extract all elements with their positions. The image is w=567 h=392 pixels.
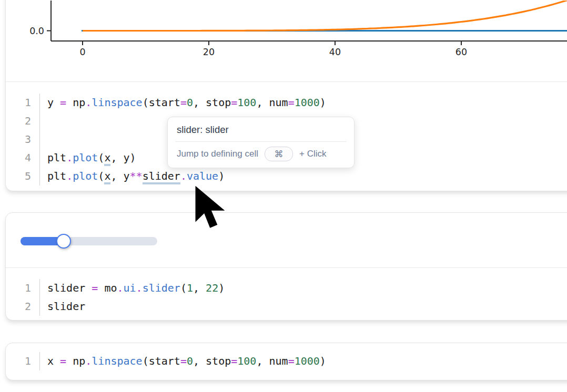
code-token: 22 bbox=[206, 282, 218, 294]
code-token: . bbox=[85, 355, 92, 367]
code-token: = bbox=[180, 355, 187, 367]
code-token: slider bbox=[47, 300, 85, 313]
matplotlib-chart: 0.00204060 bbox=[6, 1, 567, 81]
code-token: . bbox=[117, 282, 123, 294]
code-token: plot bbox=[73, 151, 98, 164]
code-token: , y) bbox=[110, 151, 136, 164]
variable-tooltip: slider: slider Jump to defining cell ⌘ +… bbox=[167, 117, 355, 168]
plus-click-label: + Click bbox=[299, 149, 326, 159]
code-token: 1 bbox=[187, 282, 193, 294]
code-token: = bbox=[92, 282, 98, 294]
code-token: plt bbox=[47, 170, 66, 182]
slider-output-area bbox=[6, 213, 567, 268]
code-token: , stop bbox=[193, 355, 231, 367]
variable-reference[interactable]: x bbox=[104, 151, 110, 166]
code-token: np bbox=[66, 96, 85, 109]
code-line[interactable]: 1slider = mo.ui.slider(1, 22) bbox=[6, 279, 567, 297]
code-token: = bbox=[180, 96, 187, 109]
code-token: y bbox=[47, 96, 60, 109]
line-number: 2 bbox=[6, 297, 40, 316]
code-content[interactable]: x = np.linspace(start=0, stop=100, num=1… bbox=[40, 352, 326, 370]
code-content[interactable]: plt.plot(x, y) bbox=[40, 149, 136, 167]
x-tick-label: 60 bbox=[455, 47, 467, 57]
code-token: ) bbox=[320, 96, 326, 109]
code-token: , stop bbox=[193, 96, 231, 109]
code-token: 1000 bbox=[295, 96, 320, 109]
code-token: = bbox=[288, 355, 295, 367]
code-content[interactable] bbox=[40, 130, 47, 149]
code-token: , y bbox=[110, 170, 129, 182]
mouse-cursor-icon bbox=[194, 184, 228, 230]
code-line[interactable]: 5plt.plot(x, y**slider.value) bbox=[6, 167, 567, 185]
variable-reference[interactable]: slider bbox=[143, 170, 180, 184]
line-number: 2 bbox=[6, 112, 40, 130]
code-token: 1000 bbox=[295, 355, 320, 367]
code-token: . bbox=[136, 282, 143, 294]
code-token: = bbox=[60, 355, 66, 367]
code-token: ** bbox=[130, 170, 143, 182]
code-token: . bbox=[66, 151, 73, 164]
x-tick-label: 40 bbox=[329, 47, 341, 57]
code-token: , num bbox=[256, 96, 288, 109]
code-token: linspace bbox=[92, 355, 142, 367]
code-token: plot bbox=[73, 170, 98, 182]
line-number: 1 bbox=[6, 279, 40, 297]
command-key-badge: ⌘ bbox=[265, 147, 293, 161]
slider-track[interactable] bbox=[21, 237, 157, 245]
code-token: . bbox=[85, 96, 92, 109]
code-token: 0 bbox=[187, 355, 193, 367]
code-content[interactable]: slider = mo.ui.slider(1, 22) bbox=[40, 279, 225, 297]
code-token: slider bbox=[47, 282, 92, 294]
code-line[interactable]: 1y = np.linspace(start=0, stop=100, num=… bbox=[6, 94, 567, 112]
code-content[interactable] bbox=[40, 112, 47, 130]
code-token: . bbox=[66, 170, 73, 182]
code-token: ( bbox=[98, 170, 104, 182]
code-line[interactable]: 1x = np.linspace(start=0, stop=100, num=… bbox=[6, 352, 567, 370]
code-token: value bbox=[187, 170, 218, 182]
y-tick-label: 0.0 bbox=[29, 26, 44, 36]
code-token: ( bbox=[98, 151, 104, 164]
x-tick-label: 0 bbox=[79, 47, 85, 57]
series-curve-orange bbox=[83, 1, 567, 31]
code-editor-slider[interactable]: 1slider = mo.ui.slider(1, 22)2slider bbox=[6, 268, 567, 321]
code-token: x bbox=[47, 355, 60, 367]
code-token: ) bbox=[218, 170, 225, 182]
code-token: plt bbox=[47, 151, 66, 164]
variable-reference[interactable]: x bbox=[104, 170, 110, 184]
line-number: 5 bbox=[6, 167, 40, 185]
slider-thumb[interactable] bbox=[56, 234, 71, 249]
code-token: (start bbox=[143, 355, 180, 367]
code-token: = bbox=[60, 96, 66, 109]
x-tick-label: 20 bbox=[203, 47, 215, 57]
code-token: (start bbox=[143, 96, 180, 109]
code-token: linspace bbox=[92, 96, 142, 109]
code-content[interactable]: plt.plot(x, y**slider.value) bbox=[40, 167, 225, 185]
code-token: , num bbox=[256, 355, 288, 367]
code-line[interactable]: 2slider bbox=[6, 297, 567, 316]
code-token: = bbox=[231, 96, 237, 109]
tooltip-variable-name: slider: slider bbox=[168, 117, 354, 141]
code-editor-x[interactable]: 1x = np.linspace(start=0, stop=100, num=… bbox=[6, 343, 567, 379]
code-token: ) bbox=[320, 355, 326, 367]
line-number: 1 bbox=[6, 352, 40, 370]
code-token: = bbox=[231, 355, 237, 367]
code-content[interactable]: y = np.linspace(start=0, stop=100, num=1… bbox=[40, 94, 326, 112]
code-token: mo bbox=[98, 282, 117, 294]
notebook-cell-slider: 1slider = mo.ui.slider(1, 22)2slider bbox=[5, 212, 567, 321]
code-token: . bbox=[180, 170, 187, 182]
code-token: ) bbox=[218, 282, 225, 294]
line-number: 3 bbox=[6, 130, 40, 149]
line-number: 4 bbox=[6, 149, 40, 167]
code-token: 100 bbox=[237, 96, 256, 109]
code-token: , bbox=[193, 282, 206, 294]
code-content[interactable]: slider bbox=[40, 297, 85, 316]
code-token: = bbox=[288, 96, 295, 109]
plot-output-area: 0.00204060 bbox=[6, 0, 567, 82]
code-token: np bbox=[66, 355, 85, 367]
line-number: 1 bbox=[6, 94, 40, 112]
code-token: slider bbox=[143, 282, 180, 294]
jump-to-defining-cell-label: Jump to defining cell bbox=[177, 149, 258, 159]
notebook-cell-x: 1x = np.linspace(start=0, stop=100, num=… bbox=[5, 343, 567, 380]
code-token: ui bbox=[124, 282, 136, 294]
code-token: 100 bbox=[237, 355, 256, 367]
